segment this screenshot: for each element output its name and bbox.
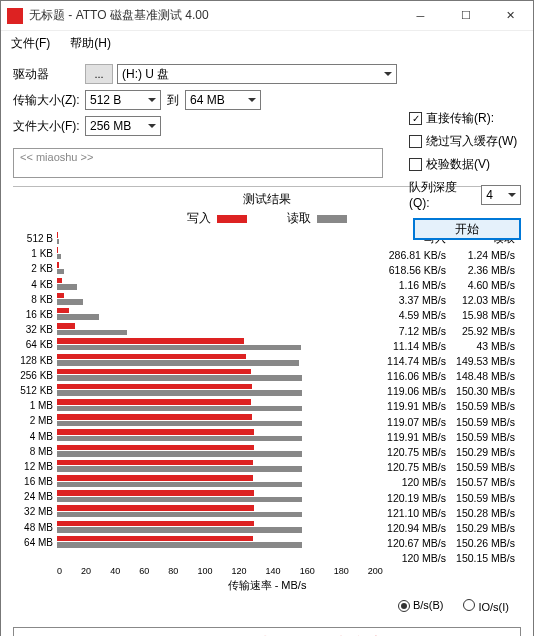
table-row: 11.14 MB/s43 MB/s: [383, 338, 521, 353]
table-row: 120.75 MB/s150.29 MB/s: [383, 444, 521, 459]
minimize-button[interactable]: ─: [398, 1, 443, 31]
close-button[interactable]: ✕: [488, 1, 533, 31]
row-label: 1 MB: [13, 400, 57, 411]
row-label: 12 MB: [13, 461, 57, 472]
chart-row: 512 B: [13, 231, 383, 246]
x-tick: 60: [139, 566, 149, 576]
read-bar: [57, 421, 302, 427]
menu-help[interactable]: 帮助(H): [66, 33, 115, 54]
direct-label: 直接传输(R):: [426, 110, 494, 127]
write-bar: [57, 338, 244, 344]
app-window: 无标题 - ATTO 磁盘基准测试 4.00 ─ ☐ ✕ 文件(F) 帮助(H)…: [0, 0, 534, 636]
browse-button[interactable]: ...: [85, 64, 113, 84]
write-bar: [57, 323, 75, 329]
titlebar: 无标题 - ATTO 磁盘基准测试 4.00 ─ ☐ ✕: [1, 1, 533, 31]
chart-row: 8 MB: [13, 444, 383, 459]
table-row: 119.91 MB/s150.59 MB/s: [383, 429, 521, 444]
direct-checkbox[interactable]: ✓: [409, 112, 422, 125]
table-row: 7.12 MB/s25.92 MB/s: [383, 323, 521, 338]
read-bar: [57, 239, 59, 245]
verify-checkbox[interactable]: [409, 158, 422, 171]
write-bar: [57, 262, 59, 268]
cell-write: 120 MB/s: [383, 476, 452, 488]
file-size-dropdown[interactable]: 256 MB: [85, 116, 161, 136]
row-label: 32 MB: [13, 506, 57, 517]
cell-write: 120.75 MB/s: [383, 461, 452, 473]
row-label: 4 MB: [13, 431, 57, 442]
drive-dropdown[interactable]: (H:) U 盘: [117, 64, 397, 84]
read-bar: [57, 314, 99, 320]
x-tick: 160: [300, 566, 315, 576]
menu-file[interactable]: 文件(F): [7, 33, 54, 54]
cell-write: 4.59 MB/s: [383, 309, 452, 321]
read-bar: [57, 375, 302, 381]
write-bar: [57, 293, 64, 299]
write-bar: [57, 399, 251, 405]
cell-read: 150.29 MB/s: [452, 446, 521, 458]
table-row: 3.37 MB/s12.03 MB/s: [383, 293, 521, 308]
cell-read: 148.48 MB/s: [452, 370, 521, 382]
table-row: 120.19 MB/s150.59 MB/s: [383, 490, 521, 505]
write-bar: [57, 429, 254, 435]
maximize-button[interactable]: ☐: [443, 1, 488, 31]
row-label: 24 MB: [13, 491, 57, 502]
row-label: 32 KB: [13, 324, 57, 335]
write-bar: [57, 247, 58, 253]
table-row: 119.07 MB/s150.59 MB/s: [383, 414, 521, 429]
write-bar: [57, 475, 253, 481]
cell-read: 150.29 MB/s: [452, 522, 521, 534]
results-area: 测试结果 写入 读取 512 B1 KB2 KB4 KB8 KB16 KB32 …: [13, 186, 521, 613]
cell-read: 43 MB/s: [452, 340, 521, 352]
cell-write: 119.91 MB/s: [383, 431, 452, 443]
x-tick: 20: [81, 566, 91, 576]
table-row: 119.91 MB/s150.59 MB/s: [383, 399, 521, 414]
table-row: 1.16 MB/s4.60 MB/s: [383, 277, 521, 292]
table-row: 114.74 MB/s149.53 MB/s: [383, 353, 521, 368]
write-bar: [57, 490, 254, 496]
read-bar: [57, 299, 83, 305]
read-bar: [57, 451, 302, 457]
cell-write: 11.14 MB/s: [383, 340, 452, 352]
table-row: 286.81 KB/s1.24 MB/s: [383, 247, 521, 262]
cell-write: 119.06 MB/s: [383, 385, 452, 397]
cell-read: 150.59 MB/s: [452, 461, 521, 473]
to-label: 到: [167, 92, 179, 109]
read-bar: [57, 284, 77, 290]
write-swatch-icon: [217, 215, 247, 223]
cell-read: 150.59 MB/s: [452, 431, 521, 443]
row-label: 48 MB: [13, 522, 57, 533]
row-label: 512 B: [13, 233, 57, 244]
bypass-checkbox[interactable]: [409, 135, 422, 148]
queue-dropdown[interactable]: 4: [481, 185, 521, 205]
chart-row: 64 MB: [13, 535, 383, 550]
transfer-from-dropdown[interactable]: 512 B: [85, 90, 161, 110]
cell-write: 121.10 MB/s: [383, 507, 452, 519]
chart-row: 16 KB: [13, 307, 383, 322]
cell-read: 4.60 MB/s: [452, 279, 521, 291]
row-label: 512 KB: [13, 385, 57, 396]
app-icon: [7, 8, 23, 24]
cell-read: 150.30 MB/s: [452, 385, 521, 397]
read-bar: [57, 466, 302, 472]
cell-read: 150.57 MB/s: [452, 476, 521, 488]
chart-row: 24 MB: [13, 489, 383, 504]
cell-read: 150.59 MB/s: [452, 416, 521, 428]
write-bar: [57, 505, 254, 511]
read-bar: [57, 497, 302, 503]
radio-bps[interactable]: B/s(B): [398, 599, 444, 612]
read-bar: [57, 269, 64, 275]
table-row: 120.75 MB/s150.59 MB/s: [383, 460, 521, 475]
radio-iops[interactable]: IO/s(I): [463, 599, 509, 613]
transfer-to-dropdown[interactable]: 64 MB: [185, 90, 261, 110]
write-bar: [57, 384, 252, 390]
cell-write: 119.07 MB/s: [383, 416, 452, 428]
cell-write: 1.16 MB/s: [383, 279, 452, 291]
cell-write: 3.37 MB/s: [383, 294, 452, 306]
row-label: 4 KB: [13, 279, 57, 290]
start-button[interactable]: 开始: [413, 218, 521, 240]
x-tick: 80: [168, 566, 178, 576]
chart-row: 4 KB: [13, 277, 383, 292]
row-label: 16 MB: [13, 476, 57, 487]
cell-read: 150.28 MB/s: [452, 507, 521, 519]
window-title: 无标题 - ATTO 磁盘基准测试 4.00: [29, 7, 398, 24]
